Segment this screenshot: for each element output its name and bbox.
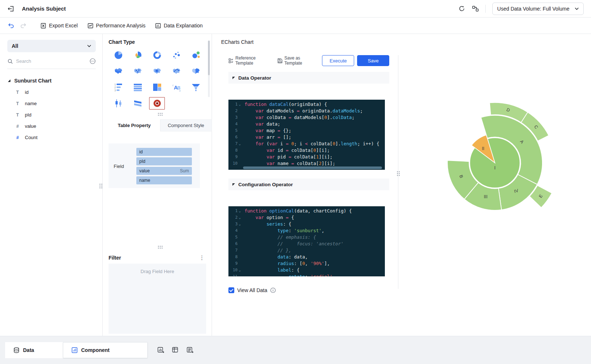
filter-menu-icon[interactable]: ⋮	[198, 254, 206, 261]
chart-type-word-cloud-icon[interactable]: cABd	[167, 79, 186, 95]
text-field-icon: T	[15, 101, 20, 106]
table-filter-label: All	[12, 43, 18, 49]
property-tabs: Table PropertyComponent Style	[109, 119, 212, 131]
data-volume-label: Used Data Volume: Full Volume	[497, 6, 569, 12]
tab-data-label: Data	[23, 347, 34, 353]
chart-type-point-map-icon[interactable]	[128, 63, 147, 79]
chart-type-map-icon[interactable]	[109, 63, 128, 79]
filter-resize-handle[interactable]	[158, 246, 163, 249]
chart-type-boxplot-icon[interactable]	[109, 95, 128, 111]
tree-item-pId[interactable]: TpId	[7, 109, 96, 120]
data-operator-title: Data Operator	[238, 75, 271, 81]
field-chip-pId[interactable]: pId	[136, 157, 192, 165]
view-all-data-label: View All Data	[237, 287, 267, 293]
configuration-operator-header[interactable]: Configuration Operator	[228, 179, 389, 190]
chart-type-scatter-icon[interactable]	[167, 47, 186, 63]
view-all-data-checkbox[interactable]	[228, 287, 234, 293]
export-excel-label: Export Excel	[49, 23, 78, 28]
chart-type-treemap-icon[interactable]	[147, 79, 167, 95]
tree-item-name[interactable]: Tname	[7, 98, 96, 109]
field-chip-value[interactable]: valueSum	[136, 167, 192, 175]
search-input[interactable]	[16, 58, 87, 64]
code-fold-icon[interactable]: ⌄	[238, 267, 242, 273]
code-fold-icon[interactable]: ⌄	[238, 141, 242, 147]
tree-item-label: Count	[25, 135, 38, 140]
tree-item-id[interactable]: Tid	[7, 87, 96, 98]
excel-icon	[40, 23, 46, 29]
tab-table-property[interactable]: Table Property	[109, 119, 160, 131]
info-icon[interactable]	[270, 287, 276, 293]
data-operator-header[interactable]: Data Operator	[228, 72, 389, 84]
chevron-down-icon	[575, 7, 579, 10]
chart-type-flow-chart-icon[interactable]	[128, 95, 147, 111]
export-excel-button[interactable]: Export Excel	[38, 23, 80, 29]
tab-component-style[interactable]: Component Style	[160, 119, 212, 131]
chart-type-scrollbar[interactable]	[208, 41, 210, 97]
sunburst-chart[interactable]: IIIAIVIIIBDCE	[424, 92, 566, 234]
code-fold-icon[interactable]: ⌄	[238, 101, 242, 108]
execute-button[interactable]: Execute	[322, 55, 354, 66]
chart-type-resize-handle[interactable]	[158, 113, 163, 116]
divider-resize-handle[interactable]	[397, 171, 400, 176]
reference-template-button[interactable]: Reference Template	[228, 55, 272, 66]
save-as-template-button[interactable]: Save as Template	[277, 55, 317, 66]
refresh-icon[interactable]	[458, 5, 465, 12]
chart-type-rose-pie-icon[interactable]	[128, 47, 147, 63]
code-fold-icon[interactable]: ⌄	[238, 208, 242, 214]
text-field-icon: T	[15, 112, 20, 118]
code-line: 9 var pid = colData[1][i];	[228, 154, 385, 160]
save-as-template-label: Save as Template	[284, 55, 317, 66]
add-table-icon[interactable]	[172, 346, 179, 354]
editor-horizontal-scrollbar[interactable]	[243, 166, 382, 169]
field-chip-name[interactable]: name	[136, 176, 192, 184]
more-options-icon[interactable]	[90, 58, 96, 64]
reference-template-label: Reference Template	[235, 55, 272, 66]
field-chip-aggregation[interactable]: Sum	[180, 168, 189, 173]
data-operator-code-editor[interactable]: 1⌄function dataCal(originData) {2 var da…	[228, 100, 385, 170]
configuration-operator-code-editor[interactable]: 1⌄function optionCal(data, chartConfig) …	[228, 206, 385, 276]
lineage-icon[interactable]	[472, 5, 479, 12]
field-chip-label: value	[139, 168, 150, 173]
chart-type-sunburst-icon[interactable]	[147, 95, 167, 111]
tree-item-Count[interactable]: #Count	[7, 132, 96, 143]
data-volume-select[interactable]: Used Data Volume: Full Volume	[492, 3, 584, 15]
chart-type-pie-icon[interactable]	[109, 47, 128, 63]
code-line: 8 var id = colData[0][i];	[228, 147, 385, 154]
code-fold-icon[interactable]: ⌄	[238, 221, 242, 227]
save-button[interactable]: Save	[357, 55, 389, 66]
add-chart-icon[interactable]	[157, 346, 164, 354]
filter-drop-zone[interactable]: Drag Field Here	[109, 264, 206, 334]
exit-icon[interactable]	[7, 5, 15, 12]
field-chip-id[interactable]: id	[136, 148, 192, 156]
chart-type-funnel-icon[interactable]	[186, 79, 205, 95]
reference-template-icon	[228, 58, 234, 64]
chart-type-heat-map-icon[interactable]	[147, 63, 167, 79]
tree-item-label: value	[25, 123, 36, 129]
chart-type-bubble-icon[interactable]	[186, 47, 205, 63]
performance-analysis-button[interactable]: Performance Analysis	[85, 23, 148, 29]
tree-item-value[interactable]: #value	[7, 120, 96, 132]
field-tree-title: Sunburst Chart	[14, 78, 52, 84]
field-sidebar: All Sunburst Chart TidTnameTpId#value#Co…	[0, 34, 103, 336]
chart-type-fill-map-icon[interactable]	[186, 63, 205, 79]
undo-icon[interactable]	[7, 22, 15, 29]
tab-data[interactable]: Data	[5, 342, 63, 358]
configuration-operator-title: Configuration Operator	[238, 182, 293, 187]
chart-type-flow-map-icon[interactable]	[167, 63, 186, 79]
database-icon	[13, 347, 20, 353]
component-panel: Chart Type 123cABd Table PropertyCompone…	[103, 34, 212, 336]
field-tree-header[interactable]: Sunburst Chart	[7, 75, 96, 87]
tab-component[interactable]: Component	[63, 342, 148, 358]
tree-item-label: id	[25, 89, 29, 95]
performance-analysis-label: Performance Analysis	[96, 23, 145, 28]
sidebar-resize-handle[interactable]	[99, 184, 102, 188]
sunburst-label-II: II	[482, 146, 484, 151]
chart-type-group-table-icon[interactable]	[128, 79, 147, 95]
data-explanation-button[interactable]: Data Explanation	[153, 23, 205, 29]
redo-icon[interactable]	[20, 22, 27, 29]
add-report-icon[interactable]	[186, 346, 194, 354]
code-fold-icon[interactable]: ⌄	[238, 214, 242, 221]
chart-type-ring-pie-icon[interactable]	[147, 47, 167, 63]
chart-type-rank-table-icon[interactable]: 123	[109, 79, 128, 95]
table-filter-select[interactable]: All	[7, 40, 96, 52]
